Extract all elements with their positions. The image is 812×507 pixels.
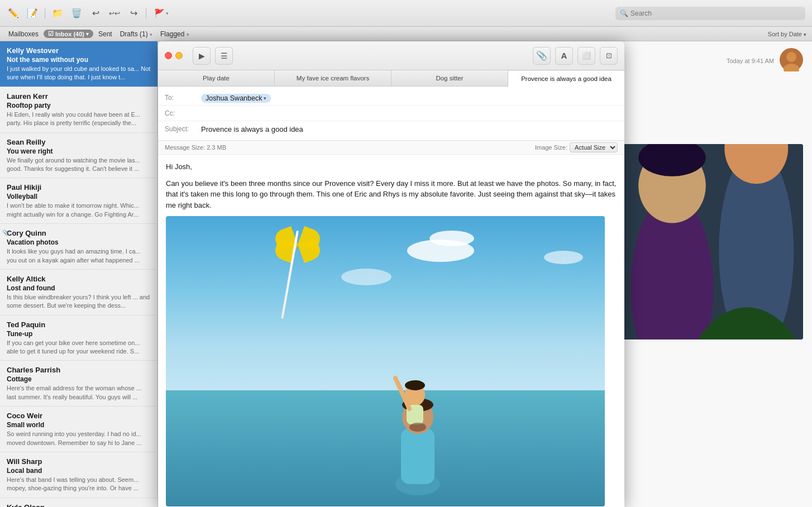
image-size-select[interactable]: Actual SizeLargeMediumSmall	[570, 142, 618, 152]
drafts-button[interactable]: Drafts (1) ▾	[117, 29, 155, 39]
separator-1	[45, 8, 45, 19]
email-preview: Here's the email address for the woman w…	[7, 384, 151, 401]
email-sender: Kelly Westover	[7, 46, 151, 55]
to-value[interactable]: Joshua Swanbeck ▾	[201, 93, 271, 103]
email-sender: Will Sharp	[7, 457, 151, 466]
email-sender: Cory Quinn	[7, 229, 151, 237]
flagged-button[interactable]: Flagged ▾	[157, 29, 192, 39]
recipient-tag[interactable]: Joshua Swanbeck ▾	[201, 94, 271, 103]
tab-dog-sitter[interactable]: Dog sitter	[391, 70, 508, 86]
to-label: To:	[165, 94, 201, 102]
subject-value[interactable]: Provence is always a good idea	[201, 125, 618, 133]
font-button[interactable]: A	[555, 47, 573, 65]
window-icon: ⊡	[606, 51, 612, 60]
email-preview: It looks like you guys had an amazing ti…	[7, 247, 151, 265]
tab-play-date[interactable]: Play date	[158, 70, 275, 86]
sort-button[interactable]: Sort by Date ▾	[768, 31, 806, 37]
list-icon: ☰	[221, 51, 228, 60]
inbox-tag[interactable]: ☑ Inbox (40) ▾	[44, 30, 93, 38]
email-list-item[interactable]: Paul HikijiVolleyballI won't be able to …	[0, 178, 157, 224]
compose-window: ▶ ☰ 📎 A ⬜ ⊡	[158, 41, 624, 507]
email-list-item[interactable]: Lauren KerrRooftop partyHi Eden, I reall…	[0, 87, 157, 133]
email-subject: Small world	[7, 421, 151, 429]
email-list-item[interactable]: Will SharpLocal bandHere's that band I w…	[0, 452, 157, 498]
window-button[interactable]: ⊡	[600, 47, 618, 65]
mailboxes-button[interactable]: Mailboxes	[6, 29, 41, 39]
email-subject: Vacation photos	[7, 238, 151, 246]
email-subject: Local band	[7, 467, 151, 475]
paperclip-icon: 📎	[536, 50, 547, 61]
email-preview: So weird running into you yesterday. I h…	[7, 430, 151, 447]
recipient-chevron-icon: ▾	[264, 95, 266, 101]
close-button[interactable]	[165, 52, 172, 59]
compose-icon[interactable]: ✏️	[6, 6, 21, 21]
subject-label: Subject:	[165, 125, 201, 133]
email-subject: Tune-up	[7, 330, 151, 338]
email-sender: Lauren Kerr	[7, 92, 151, 101]
search-input[interactable]	[631, 9, 801, 17]
list-button[interactable]: ☰	[215, 47, 233, 65]
trash-icon[interactable]: 🗑️	[69, 6, 84, 21]
email-list-item[interactable]: Kelly WestoverNot the same without youI …	[0, 41, 157, 87]
sent-label: Sent	[98, 30, 112, 38]
tab-provence[interactable]: Provence is always a good idea	[508, 71, 624, 87]
tab-ice-cream[interactable]: My fave ice cream flavors	[275, 70, 391, 86]
to-field-row: To: Joshua Swanbeck ▾	[158, 90, 624, 106]
send-button[interactable]: ▶	[193, 47, 211, 65]
search-magnifier-icon: 🔍	[620, 9, 628, 17]
photo-button[interactable]: ⬜	[577, 47, 595, 65]
attachment-button[interactable]: 📎	[533, 47, 551, 65]
drafts-label: Drafts (1)	[120, 30, 148, 38]
compose-body[interactable]: Hi Josh, Can you believe it's been three…	[158, 155, 624, 507]
sent-button[interactable]: Sent	[95, 29, 115, 39]
forward-icon[interactable]: ↪	[126, 6, 141, 21]
compose-fields: To: Joshua Swanbeck ▾ Cc: Subject: Prove…	[158, 87, 624, 141]
flag-icon: 🚩	[154, 8, 165, 18]
email-sender: Kelly Altick	[7, 275, 151, 283]
reply-icon[interactable]: ↩	[88, 6, 103, 21]
message-size-label: Message Size: 2.3 MB	[165, 144, 226, 151]
inbox-chevron-icon: ▾	[86, 31, 89, 37]
email-list-item[interactable]: Sean ReillyYou were rightWe finally got …	[0, 133, 157, 179]
email-list-item[interactable]: Kelly AltickLost and foundIs this blue w…	[0, 270, 157, 315]
email-sender: Ted Paquin	[7, 321, 151, 329]
email-list-item[interactable]: Coco WeirSmall worldSo weird running int…	[0, 406, 157, 452]
send-icon: ▶	[199, 51, 205, 60]
reply-all-icon[interactable]: ↩↩	[107, 6, 122, 21]
mailboxes-label: Mailboxes	[8, 30, 39, 38]
minimize-button[interactable]	[175, 52, 183, 59]
photo-container	[166, 216, 617, 506]
email-list-item[interactable]: 📎Cory QuinnVacation photosIt looks like …	[0, 224, 157, 270]
email-subject: You were right	[7, 147, 151, 155]
email-preview: Is this blue windbreaker yours? I think …	[7, 293, 151, 310]
image-size-label: Image Size:	[535, 144, 567, 151]
main-layout: Kelly WestoverNot the same without youI …	[0, 41, 812, 507]
compose-tabs: Play date My fave ice cream flavors Dog …	[158, 70, 624, 87]
photo-icon: ⬜	[582, 51, 591, 60]
sort-chevron-icon: ▾	[804, 32, 806, 37]
inbox-checkbox-icon: ☑	[48, 30, 54, 37]
flagged-chevron-icon: ▾	[187, 32, 189, 37]
reply-glyph: ↩	[92, 8, 99, 18]
email-subject: Volleyball	[7, 193, 151, 200]
email-list-item[interactable]: Ted PaquinTune-upIf you can get your bik…	[0, 315, 157, 361]
flag-button[interactable]: 🚩 ▾	[151, 7, 172, 20]
email-list-item[interactable]: Kyle OlsonParkingDid you accidentally pa…	[0, 498, 157, 507]
email-subject: Rooftop party	[7, 102, 151, 109]
cloud-3	[341, 269, 391, 285]
svg-point-5	[405, 380, 425, 390]
email-subject: Cottage	[7, 375, 151, 383]
cc-field-row: Cc:	[158, 106, 624, 121]
new-message-icon[interactable]: 📝	[25, 6, 40, 21]
tab-dog-sitter-label: Dog sitter	[436, 75, 463, 82]
email-sender: Coco Weir	[7, 412, 151, 420]
email-preview: I just walked by your old cube and looke…	[7, 65, 151, 82]
cc-input[interactable]	[201, 109, 618, 117]
email-list: Kelly WestoverNot the same without youI …	[0, 41, 158, 507]
email-list-item[interactable]: Charles ParrishCottageHere's the email a…	[0, 361, 157, 406]
email-preview: If you can get your bike over here somet…	[7, 339, 151, 356]
compose-toolbar: 📎 A ⬜ ⊡	[533, 47, 618, 65]
sort-label-text: Sort by Date	[768, 31, 802, 37]
archive-icon[interactable]: 📁	[50, 6, 65, 21]
email-preview: We finally got around to watching the mo…	[7, 156, 151, 174]
